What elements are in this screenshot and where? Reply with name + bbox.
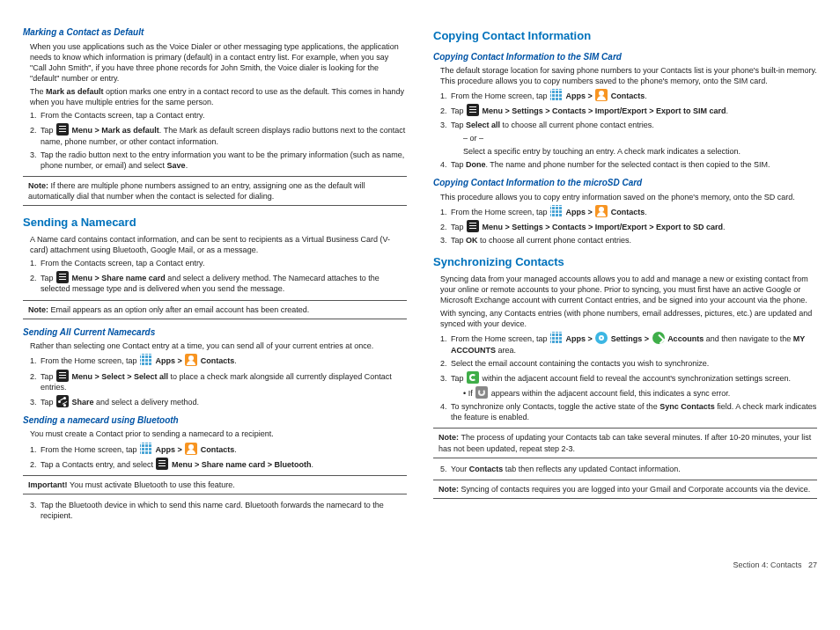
heading-send-all-namecards: Sending All Current Namecards bbox=[23, 326, 407, 339]
note-box: Note: Syncing of contacts requires you a… bbox=[433, 480, 817, 499]
apps-icon bbox=[140, 354, 152, 366]
heading-copying-contact: Copying Contact Information bbox=[433, 28, 817, 44]
list-item: From the Home screen, tap Apps > Contact… bbox=[449, 205, 817, 217]
or-divider: – or – bbox=[463, 133, 817, 143]
body-text: A Name card contains contact information… bbox=[23, 234, 407, 255]
body-text: The Mark as default option marks one ent… bbox=[23, 86, 407, 107]
note-box: Note: If there are multiple phone number… bbox=[23, 176, 407, 206]
footer-page: 27 bbox=[808, 560, 817, 569]
ordered-list: Tap the Bluetooth device in which to sen… bbox=[39, 500, 407, 521]
contacts-icon bbox=[595, 89, 608, 101]
contacts-icon bbox=[595, 205, 608, 217]
list-item: Tap Menu > Share name card and select a … bbox=[39, 271, 407, 294]
note-box: Note: The process of updating your Conta… bbox=[433, 428, 817, 458]
left-column: Marking a Contact as Default When you us… bbox=[23, 19, 407, 524]
two-column-layout: Marking a Contact as Default When you us… bbox=[23, 19, 817, 524]
share-icon bbox=[56, 395, 69, 407]
list-item: Tap Done. The name and phone number for … bbox=[449, 159, 817, 170]
body-text: When you use applications such as the Vo… bbox=[23, 41, 407, 84]
ordered-list: From the Home screen, tap Apps > Setting… bbox=[449, 332, 817, 422]
ordered-list: Your Contacts tab then reflects any upda… bbox=[449, 464, 817, 474]
bullet-sub: • If appears within the adjacent account… bbox=[463, 386, 817, 399]
ordered-list: From the Home screen, tap Apps > Contact… bbox=[449, 89, 817, 170]
list-item: Tap Select all to choose all current pho… bbox=[449, 120, 817, 157]
body-text: You must create a Contact prior to sendi… bbox=[23, 429, 407, 439]
contacts-icon bbox=[185, 354, 197, 366]
important-box: Important! You must activate Bluetooth t… bbox=[23, 475, 407, 494]
sync-icon bbox=[467, 371, 479, 384]
body-text: With syncing, any Contacts entries (with… bbox=[433, 308, 817, 329]
body-text: This procedure allows you to copy entry … bbox=[433, 192, 817, 202]
heading-sync-contacts: Synchronizing Contacts bbox=[433, 254, 817, 270]
list-item: From the Home screen, tap Apps > Contact… bbox=[39, 354, 407, 366]
sync-error-icon bbox=[475, 386, 488, 399]
accounts-icon bbox=[652, 332, 665, 344]
list-item: From the Contacts screen, tap a Contact … bbox=[39, 258, 407, 268]
list-item: Tap Menu > Settings > Contacts > Import/… bbox=[449, 104, 817, 116]
apps-icon bbox=[550, 332, 563, 344]
apps-icon bbox=[140, 443, 152, 455]
list-item: From the Home screen, tap Apps > Contact… bbox=[39, 443, 407, 455]
contacts-icon bbox=[185, 443, 197, 455]
menu-icon bbox=[56, 123, 69, 136]
ordered-list: From the Home screen, tap Apps > Contact… bbox=[449, 205, 817, 245]
heading-send-namecard-bluetooth: Sending a namecard using Bluetooth bbox=[23, 414, 407, 427]
list-item: From the Contacts screen, tap a Contact … bbox=[39, 110, 407, 121]
menu-icon bbox=[467, 220, 479, 232]
list-item: Select the email account containing the … bbox=[449, 358, 817, 369]
list-item: Tap Menu > Settings > Contacts > Import/… bbox=[449, 220, 817, 232]
body-text: The default storage location for saving … bbox=[433, 65, 817, 86]
heading-copy-sim: Copying Contact Information to the SIM C… bbox=[433, 51, 817, 63]
heading-sending-namecard: Sending a Namecard bbox=[23, 215, 407, 231]
list-item: To synchronize only Contacts, toggle the… bbox=[449, 401, 817, 422]
list-item: Tap a Contacts entry, and select Menu > … bbox=[39, 458, 407, 470]
list-item: From the Home screen, tap Apps > Setting… bbox=[449, 332, 817, 355]
apps-icon bbox=[550, 205, 563, 217]
apps-icon bbox=[550, 89, 563, 101]
page-footer: Section 4: Contacts 27 bbox=[23, 560, 817, 570]
note-box: Note: Email appears as an option only af… bbox=[23, 300, 407, 319]
list-item: Tap the radio button next to the entry i… bbox=[39, 150, 407, 171]
list-item: Tap Share and select a delivery method. bbox=[39, 395, 407, 407]
list-item: From the Home screen, tap Apps > Contact… bbox=[449, 89, 817, 101]
ordered-list: From the Home screen, tap Apps > Contact… bbox=[39, 354, 407, 407]
right-column: Copying Contact Information Copying Cont… bbox=[433, 19, 817, 524]
heading-mark-default: Marking a Contact as Default bbox=[23, 26, 407, 39]
ordered-list: From the Contacts screen, tap a Contact … bbox=[39, 258, 407, 294]
list-item: Tap the Bluetooth device in which to sen… bbox=[39, 500, 407, 521]
body-text: Rather than selecting one Contact entry … bbox=[23, 341, 407, 351]
menu-icon bbox=[56, 271, 69, 283]
alt-text: Select a specific entry by touching an e… bbox=[463, 146, 817, 157]
body-text: Syncing data from your managed accounts … bbox=[433, 274, 817, 305]
menu-icon bbox=[467, 104, 479, 116]
menu-icon bbox=[156, 458, 168, 470]
footer-section: Section 4: Contacts bbox=[733, 560, 801, 569]
ordered-list: From the Home screen, tap Apps > Contact… bbox=[39, 443, 407, 470]
ordered-list: From the Contacts screen, tap a Contact … bbox=[39, 110, 407, 171]
menu-icon bbox=[56, 370, 69, 382]
heading-copy-microsd: Copying Contact Information to the micro… bbox=[433, 177, 817, 189]
list-item: Tap Menu > Select > Select all to place … bbox=[39, 370, 407, 392]
settings-icon bbox=[595, 332, 608, 344]
list-item: Tap Menu > Mark as default. The Mark as … bbox=[39, 123, 407, 146]
list-item: Tap within the adjacent account field to… bbox=[449, 371, 817, 399]
list-item: Your Contacts tab then reflects any upda… bbox=[449, 464, 817, 474]
list-item: Tap OK to choose all current phone conta… bbox=[449, 235, 817, 245]
